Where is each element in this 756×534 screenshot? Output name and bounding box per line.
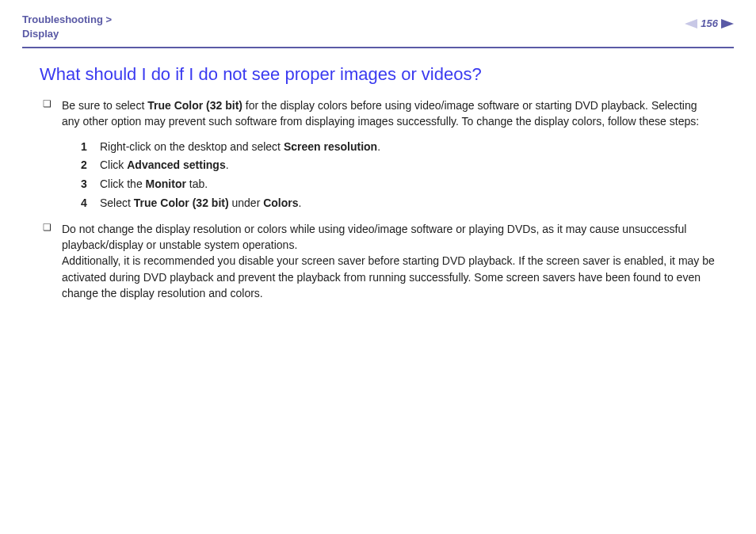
text-segment: under	[229, 196, 264, 209]
svg-marker-1	[721, 19, 734, 29]
step-number: 4	[81, 194, 87, 213]
text-paragraph: Additionally, it is recommended you disa…	[62, 254, 715, 299]
breadcrumb[interactable]: Troubleshooting > Display	[22, 13, 112, 40]
page-navigator: 156	[685, 17, 734, 29]
bold-text: Colors	[263, 196, 298, 209]
text-segment: Right-click on the desktop and select	[100, 140, 284, 153]
breadcrumb-line2: Display	[22, 27, 112, 41]
bullet-item-1: Be sure to select True Color (32 bit) fo…	[43, 97, 716, 213]
prev-page-icon[interactable]	[685, 19, 697, 29]
text-segment: Click	[100, 158, 127, 171]
text-segment: .	[377, 140, 380, 153]
bold-text: Screen resolution	[284, 140, 377, 153]
step-number: 1	[81, 138, 87, 157]
bold-text: Advanced settings	[127, 158, 225, 171]
svg-marker-0	[685, 19, 697, 29]
bullet-list: Be sure to select True Color (32 bit) fo…	[40, 97, 716, 301]
bold-text: Monitor	[146, 177, 186, 190]
page-root: Troubleshooting > Display 156 What shoul…	[0, 0, 756, 301]
text-segment: .	[299, 196, 302, 209]
step-number: 2	[81, 156, 87, 175]
step-number: 3	[81, 175, 87, 194]
text-segment: tab.	[186, 177, 208, 190]
text-paragraph: Do not change the display resolution or …	[62, 223, 686, 251]
text-segment: Select	[100, 196, 134, 209]
step-2: 2 Click Advanced settings.	[81, 156, 716, 175]
page-header: Troubleshooting > Display 156	[22, 10, 734, 47]
text-segment: Click the	[100, 177, 146, 190]
bold-text: True Color (32 bit)	[134, 196, 229, 209]
step-3: 3 Click the Monitor tab.	[81, 175, 716, 194]
breadcrumb-line1: Troubleshooting >	[22, 13, 112, 25]
page-number: 156	[701, 17, 718, 29]
next-page-icon[interactable]	[721, 19, 734, 29]
bullet-item-2: Do not change the display resolution or …	[43, 221, 716, 301]
text-segment: Be sure to select	[62, 99, 147, 112]
text-segment: .	[226, 158, 229, 171]
content-area: What should I do if I do not see proper …	[22, 48, 734, 301]
steps-list: 1 Right-click on the desktop and select …	[62, 138, 716, 213]
step-4: 4 Select True Color (32 bit) under Color…	[81, 194, 716, 213]
bold-text: True Color (32 bit)	[147, 99, 242, 112]
page-title: What should I do if I do not see proper …	[40, 64, 716, 85]
step-1: 1 Right-click on the desktop and select …	[81, 138, 716, 157]
